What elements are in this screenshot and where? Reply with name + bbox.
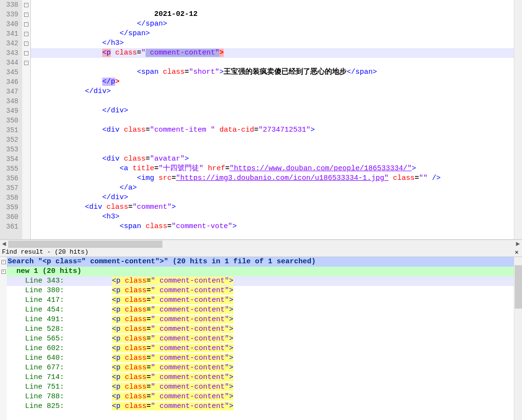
find-results-panel[interactable]: -- Search "<p class=" comment-content">"… [0, 257, 522, 420]
fold-column[interactable]: ------- [22, 0, 31, 239]
find-vertical-scrollbar[interactable] [514, 257, 522, 420]
scroll-left-icon[interactable]: ◄ [0, 240, 8, 248]
find-results-title: Find result - (20 hits) [2, 248, 88, 256]
close-icon[interactable]: ✕ [513, 248, 520, 256]
scrollbar-thumb[interactable] [8, 241, 162, 248]
find-fold-column[interactable]: -- [0, 257, 7, 420]
find-results-title-bar: Find result - (20 hits) ✕ [0, 248, 522, 257]
code-editor[interactable]: 3383393403413423433443453463473483493503… [0, 0, 522, 240]
line-number-gutter: 3383393403413423433443453463473483493503… [0, 0, 22, 239]
editor-vertical-scrollbar[interactable] [514, 0, 522, 239]
editor-horizontal-scrollbar[interactable]: ◄ ► [0, 240, 522, 248]
scroll-right-icon[interactable]: ► [514, 240, 522, 248]
find-results-body[interactable]: Search "<p class=" comment-content">" (2… [7, 257, 514, 420]
code-area[interactable]: 2021-02-12 </span> </span> </h3> <p clas… [31, 0, 514, 239]
